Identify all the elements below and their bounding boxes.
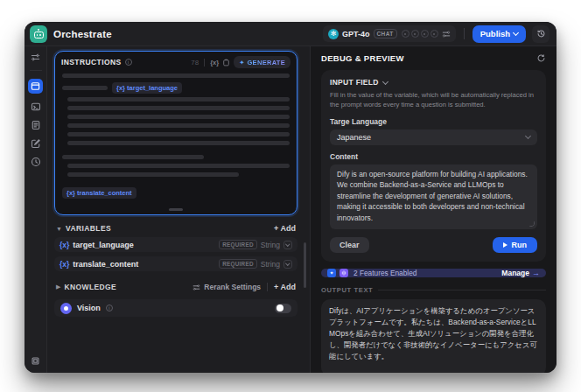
clipboard-icon[interactable] xyxy=(222,59,230,66)
features-enabled-bar[interactable]: ✦ 2 Features Enabled Manage → xyxy=(321,269,546,277)
redacted-text-line xyxy=(67,141,290,145)
type-dropdown-icon[interactable] xyxy=(284,241,292,249)
insert-variable-icon[interactable]: {x} xyxy=(210,59,219,66)
variable-row-target-language[interactable]: {x} target_language REQUIRED String xyxy=(54,237,298,252)
model-mode-badge: CHAT xyxy=(374,29,397,38)
required-badge: REQUIRED xyxy=(219,259,257,269)
debug-title: DEBUG & PREVIEW xyxy=(321,53,404,63)
info-icon: i xyxy=(106,304,113,312)
sidebar-item-annotations[interactable] xyxy=(31,138,41,149)
variable-type: String xyxy=(261,260,280,269)
rerank-settings-button[interactable]: Rerank Settings xyxy=(192,283,261,291)
generate-button[interactable]: ✦ GENERATE xyxy=(234,56,290,68)
output-header: OUTPUT TEXT xyxy=(321,286,546,294)
refresh-icon[interactable] xyxy=(536,53,546,63)
divider xyxy=(30,70,42,71)
info-icon: i xyxy=(125,59,132,66)
required-badge: REQUIRED xyxy=(219,240,257,249)
variable-tag-target-language[interactable]: {x} target_language xyxy=(112,82,182,94)
redacted-text-line xyxy=(67,106,290,110)
arrow-right-icon: → xyxy=(532,269,540,277)
chevron-down-icon xyxy=(382,78,388,84)
chevron-right-icon[interactable]: ▶ xyxy=(56,284,60,290)
input-field-header[interactable]: INPUT FIELD xyxy=(330,78,537,87)
sidebar-item-orchestrate[interactable] xyxy=(28,79,43,94)
content-label: Content xyxy=(330,152,537,161)
vision-eye-icon xyxy=(60,303,72,314)
app-logo-icon[interactable] xyxy=(30,25,47,43)
char-count: 78 xyxy=(191,59,199,66)
app-window: Orchestrate ✻ GPT-4o CHAT Publish xyxy=(24,22,556,373)
instructions-header: INSTRUCTIONS i 78 {x} ✦ GENERATE xyxy=(55,52,297,71)
knowledge-title: KNOWLEDGE xyxy=(64,283,116,291)
clear-button[interactable]: Clear xyxy=(330,237,369,253)
debug-panel: DEBUG & PREVIEW INPUT FIELD Fill in the … xyxy=(310,46,556,373)
variable-row-translate-content[interactable]: {x} translate_content REQUIRED String xyxy=(54,256,298,271)
manage-features-link[interactable]: Manage → xyxy=(501,269,540,277)
sidebar-item-api-access[interactable] xyxy=(31,102,41,112)
target-language-label: Targe Language xyxy=(330,117,537,126)
variables-title: VARIABLES xyxy=(66,224,111,233)
publish-button[interactable]: Publish xyxy=(472,25,526,43)
selected-language: Japanese xyxy=(337,133,371,142)
content-textarea[interactable]: Dify is an open-source platform for buil… xyxy=(330,164,537,229)
page-title: Orchestrate xyxy=(53,29,112,39)
openai-icon: ✻ xyxy=(328,29,339,39)
publish-label: Publish xyxy=(480,29,510,38)
redacted-text-line xyxy=(67,132,290,136)
sparkle-icon: ✦ xyxy=(239,59,244,66)
knowledge-header: ▶ KNOWLEDGE Rerank Settings + Add xyxy=(54,283,298,291)
variable-type: String xyxy=(261,241,280,249)
speech-feature-icon xyxy=(340,269,348,277)
target-language-select[interactable]: Japanese xyxy=(330,130,537,145)
left-icon-sidebar xyxy=(24,46,47,373)
generate-feature-icon: ✦ xyxy=(327,269,336,277)
capability-icon xyxy=(402,30,410,38)
variable-name: translate_content xyxy=(73,260,138,269)
collapse-panel-icon[interactable] xyxy=(31,356,40,366)
features-count-text: 2 Features Enabled xyxy=(354,269,416,277)
orchestrate-panel: INSTRUCTIONS i 78 {x} ✦ GENERATE xyxy=(47,46,310,373)
chevron-down-icon xyxy=(513,30,519,36)
instructions-editor[interactable]: INSTRUCTIONS i 78 {x} ✦ GENERATE xyxy=(54,51,298,215)
prompt-content: {x} target_language {x} translate_conten… xyxy=(55,71,297,199)
divider xyxy=(378,290,546,290)
switch-app-icon[interactable] xyxy=(31,52,40,62)
scrollbar-thumb[interactable] xyxy=(304,242,306,288)
run-button[interactable]: Run xyxy=(493,237,538,253)
divider xyxy=(267,283,268,291)
variables-header: ▼ VARIABLES + Add xyxy=(54,224,298,233)
divider xyxy=(464,28,465,39)
input-field-description: Fill in the value of the variable, which… xyxy=(330,90,537,110)
redacted-text-line xyxy=(67,164,290,168)
input-field-card: INPUT FIELD Fill in the value of the var… xyxy=(321,70,546,262)
manage-label: Manage xyxy=(501,269,529,277)
add-knowledge-button[interactable]: + Add xyxy=(274,283,296,291)
add-variable-button[interactable]: + Add xyxy=(274,224,296,233)
model-capability-icons xyxy=(402,30,438,38)
model-name: GPT-4o xyxy=(342,30,370,38)
type-dropdown-icon[interactable] xyxy=(284,260,292,269)
resize-grip-icon[interactable] xyxy=(529,221,536,228)
run-label: Run xyxy=(512,241,528,249)
top-bar: Orchestrate ✻ GPT-4o CHAT Publish xyxy=(24,22,556,46)
chevron-down-icon[interactable]: ▼ xyxy=(56,226,62,232)
resize-handle[interactable] xyxy=(169,208,183,211)
redacted-text-line xyxy=(67,97,290,102)
redacted-text-line xyxy=(67,115,290,119)
output-text: Difyは、AIアプリケーションを構築するためのオープンソースプラットフォームで… xyxy=(329,305,538,362)
model-settings-icon[interactable] xyxy=(442,30,451,38)
sidebar-item-logs[interactable] xyxy=(31,120,41,130)
model-selector[interactable]: ✻ GPT-4o CHAT xyxy=(323,25,456,42)
vision-feature-row: Vision i xyxy=(54,299,298,317)
vision-toggle[interactable] xyxy=(275,304,291,313)
capability-icon xyxy=(430,30,438,38)
sidebar-item-monitoring[interactable] xyxy=(31,157,41,167)
variable-name: target_language xyxy=(73,241,134,249)
history-button[interactable] xyxy=(532,25,550,43)
redacted-text-line xyxy=(62,74,290,78)
chevron-down-icon xyxy=(525,133,531,139)
redacted-text-line xyxy=(67,123,290,128)
variable-tag-translate-content[interactable]: {x} translate_content xyxy=(62,187,136,199)
instructions-title: INSTRUCTIONS xyxy=(61,58,122,66)
